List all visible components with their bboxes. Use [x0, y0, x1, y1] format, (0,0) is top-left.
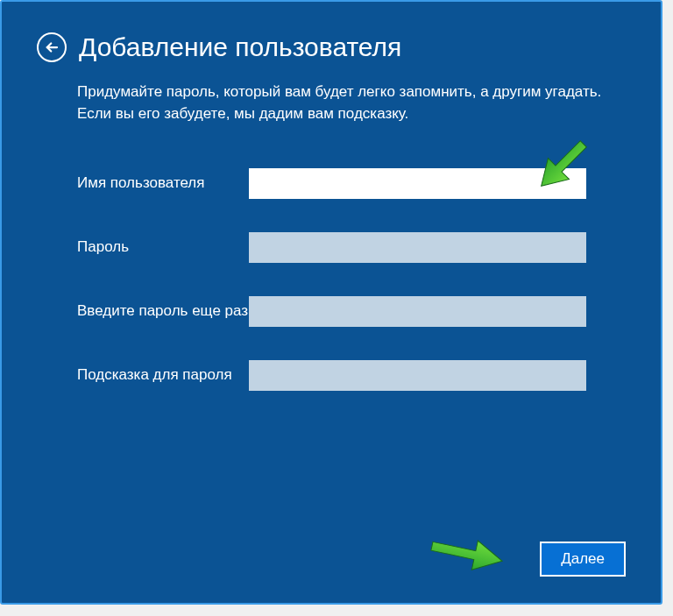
- password-hint-label: Подсказка для пароля: [77, 360, 249, 386]
- arrow-left-icon: [44, 39, 60, 55]
- username-label: Имя пользователя: [77, 168, 249, 194]
- username-row: Имя пользователя: [77, 168, 626, 199]
- password-hint-row: Подсказка для пароля: [77, 360, 626, 391]
- add-user-window: Добавление пользователя Придумайте парол…: [0, 0, 662, 605]
- next-button[interactable]: Далее: [540, 542, 626, 577]
- password-confirm-row: Введите пароль еще раз: [77, 296, 626, 327]
- back-button[interactable]: [37, 32, 67, 62]
- user-form: Имя пользователя Пароль Введите пароль е…: [77, 168, 626, 391]
- annotation-arrow-icon: [424, 530, 512, 578]
- password-hint-input[interactable]: [249, 360, 586, 391]
- password-label: Пароль: [77, 232, 249, 258]
- header: Добавление пользователя: [37, 32, 626, 62]
- footer: Далее: [540, 542, 626, 577]
- password-row: Пароль: [77, 232, 626, 263]
- page-title: Добавление пользователя: [79, 32, 401, 62]
- password-confirm-input[interactable]: [249, 296, 586, 327]
- username-input[interactable]: [249, 168, 586, 199]
- description-text: Придумайте пароль, который вам будет лег…: [77, 81, 626, 124]
- password-confirm-label: Введите пароль еще раз: [77, 296, 249, 322]
- password-input[interactable]: [249, 232, 586, 263]
